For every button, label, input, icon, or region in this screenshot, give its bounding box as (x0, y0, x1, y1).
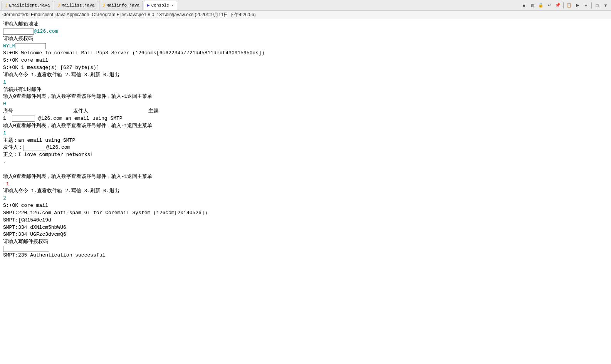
email-input-box[interactable] (3, 29, 34, 35)
maximize-button[interactable]: □ (593, 2, 601, 9)
email-body-line: 正文：I love computer networks! (3, 151, 608, 159)
scroll-lock-button[interactable]: 🔒 (537, 2, 545, 9)
java-file-icon-3: J (102, 3, 105, 8)
tab-close-icon[interactable]: ✕ (171, 3, 174, 8)
open-console-button[interactable]: ▶ (574, 2, 581, 9)
sender-input-box[interactable] (12, 116, 35, 122)
pin-button[interactable]: 📌 (554, 2, 562, 9)
terminated-bar: <terminated> Emailclient [Java Applicati… (0, 11, 611, 19)
list-prompt-2: 输入0查看邮件列表，输入数字查看该序号邮件，输入-1返回主菜单 (3, 122, 608, 130)
smtp-235: SMPT:235 Authentication successful (3, 252, 608, 259)
clear-button[interactable]: 🗑 (529, 2, 536, 9)
new-console-button[interactable]: + (582, 2, 590, 9)
console-area[interactable]: 请输入邮箱地址 @126.com 请输入授权码 WYLR S:+OK Welco… (0, 19, 611, 364)
tab-label-maillist: Maillist.java (62, 3, 95, 8)
stop-button[interactable]: ■ (520, 2, 528, 9)
write-auth-input-row (3, 246, 608, 252)
server-line-2: S:+OK core mail (3, 57, 608, 64)
row-sender-domain: @126.com an email using SMTP (35, 115, 122, 122)
tab-console[interactable]: ▶ Console ✕ (144, 1, 177, 10)
empty-line-1 (3, 166, 608, 173)
mailbox-count: 信箱共有1封邮件 (3, 86, 608, 94)
email-domain: @126.com (34, 28, 58, 35)
from-domain: @126.com (46, 144, 70, 151)
word-wrap-button[interactable]: ↩ (546, 2, 553, 9)
write-auth-prompt: 请输入写邮件授权码 (3, 238, 608, 246)
prompt-email-label: 请输入邮箱地址 (3, 21, 608, 28)
email-dot: . (3, 159, 608, 166)
from-input-box[interactable] (23, 145, 46, 151)
user-input-1: 1 (3, 79, 608, 86)
smtp-334-1: SMPT:334 dXNlcm5hbWU6 (3, 224, 608, 231)
tab-label-console: Console (151, 3, 169, 8)
user-input-neg1: -1 (3, 181, 608, 188)
from-row: 发件人：@126.com (3, 144, 608, 151)
smtp-c-ref: SMPT:[C@1540e19d (3, 217, 608, 224)
user-input-3: 1 (3, 130, 608, 137)
server-line-3: S:+OK 1 message(s) [627 byte(s)] (3, 64, 608, 72)
smtp-334-2: SMPT:334 UGFzc3dvcmQ6 (3, 231, 608, 238)
java-file-icon-2: J (57, 3, 60, 8)
email-subject-line: 主题：an email using SMTP (3, 137, 608, 144)
user-input-2: 0 (3, 101, 608, 108)
tab-bar: J Emailclient.java J Maillist.java J Mai… (0, 0, 611, 11)
view-menu-button[interactable]: ▼ (602, 2, 609, 9)
eclipse-window: J Emailclient.java J Maillist.java J Mai… (0, 0, 611, 364)
server-line-1: S:+OK Welcome to coremail Mail Pop3 Serv… (3, 50, 608, 57)
auth-input-row: WYLR (3, 43, 608, 50)
terminated-text: <terminated> Emailclient [Java Applicati… (2, 12, 256, 17)
auth-prefix: WYLR (3, 43, 15, 50)
table-header: 序号 发件人 主题 (3, 108, 608, 115)
user-input-4: 2 (3, 195, 608, 202)
from-label: 发件人： (3, 144, 23, 151)
auth-input-box[interactable] (15, 43, 46, 49)
tab-maillist[interactable]: J Maillist.java (54, 1, 98, 10)
prompt-auth-label: 请输入授权码 (3, 35, 608, 43)
menu-prompt-1: 请输入命令 1.查看收件箱 2.写信 3.刷新 0.退出 (3, 72, 608, 79)
menu-prompt-2: 请输入命令 1.查看收件箱 2.写信 3.刷新 0.退出 (3, 188, 608, 195)
row-number: 1 (3, 115, 12, 122)
java-file-icon: J (5, 3, 8, 8)
list-prompt-1: 输入0查看邮件列表，输入数字查看该序号邮件，输入-1返回主菜单 (3, 93, 608, 101)
write-auth-input-box[interactable] (3, 246, 49, 252)
tab-label-emailclient: Emailclient.java (9, 3, 50, 8)
table-row-1: 1 @126.com an email using SMTP (3, 115, 608, 122)
list-prompt-3: 输入0查看邮件列表，输入数字查看该序号邮件，输入-1返回主菜单 (3, 173, 608, 181)
tab-emailclient[interactable]: J Emailclient.java (2, 1, 53, 10)
tab-mailinfo[interactable]: J Mailinfo.java (99, 1, 143, 10)
email-input-row: @126.com (3, 28, 608, 35)
tab-label-mailinfo: Mailinfo.java (106, 3, 139, 8)
smtp-ok: S:+OK core mail (3, 202, 608, 210)
console-icon: ▶ (147, 3, 150, 8)
smtp-220: SMPT:220 126.com Anti-spam GT for Corema… (3, 210, 608, 217)
copy-button[interactable]: 📋 (565, 2, 573, 9)
